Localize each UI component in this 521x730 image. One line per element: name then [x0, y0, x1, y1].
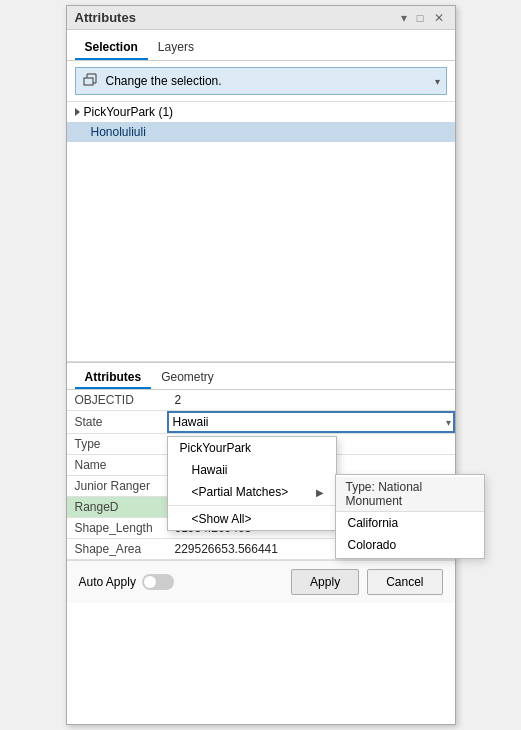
dropdown-arrow-icon: ▾ [435, 76, 440, 87]
table-row: State ▾ [67, 411, 455, 434]
tab-layers[interactable]: Layers [148, 36, 204, 60]
svg-rect-0 [84, 78, 93, 85]
dropdown-item-partial[interactable]: <Partial Matches> ▶ [168, 481, 336, 503]
feature-list: PickYourPark (1) Honoluliuli [67, 102, 455, 362]
state-field-cell: ▾ [167, 411, 455, 434]
feature-group-header: PickYourPark (1) [67, 102, 455, 122]
expand-triangle-icon[interactable] [75, 108, 80, 116]
submenu-header: Type: National Monument [336, 477, 484, 512]
submenu-item-colorado[interactable]: Colorado [336, 534, 484, 556]
tab-geometry[interactable]: Geometry [151, 367, 224, 389]
selection-dropdown-row: Change the selection. ▾ [67, 61, 455, 102]
restore-button[interactable]: □ [414, 12, 427, 24]
auto-apply-toggle[interactable] [142, 574, 174, 590]
tab-selection[interactable]: Selection [75, 36, 148, 60]
feature-group-name: PickYourPark (1) [84, 105, 174, 119]
submenu-arrow-icon: ▶ [316, 487, 324, 498]
cancel-button[interactable]: Cancel [367, 569, 442, 595]
state-input[interactable] [167, 411, 455, 433]
attr-tabs: Attributes Geometry [67, 363, 455, 390]
submenu-item-california[interactable]: California [336, 512, 484, 534]
field-label-ranged: RangeD [67, 497, 167, 518]
auto-apply-section: Auto Apply [79, 574, 174, 590]
attributes-panel: Attributes ▾ □ ✕ Selection Layers [66, 5, 456, 725]
change-selection-dropdown[interactable]: Change the selection. ▾ [75, 67, 447, 95]
auto-apply-label: Auto Apply [79, 575, 136, 589]
tab-attributes[interactable]: Attributes [75, 367, 152, 389]
dropdown-item-showall[interactable]: <Show All> [168, 508, 336, 530]
state-autocomplete-dropdown: PickYourPark Hawaii <Partial Matches> ▶ … [167, 436, 337, 531]
selection-icon [82, 72, 100, 90]
table-row: OBJECTID 2 [67, 390, 455, 411]
dropdown-item-hawaii[interactable]: Hawaii [168, 459, 336, 481]
title-bar: Attributes ▾ □ ✕ [67, 6, 455, 30]
partial-matches-submenu: Type: National Monument California Color… [335, 474, 485, 559]
close-button[interactable]: ✕ [431, 11, 447, 25]
main-tabs: Selection Layers [67, 30, 455, 61]
apply-button[interactable]: Apply [291, 569, 359, 595]
field-value: 2 [167, 390, 455, 411]
field-label: State [67, 411, 167, 434]
footer-buttons: Apply Cancel [291, 569, 442, 595]
footer-row: Auto Apply Apply Cancel [67, 560, 455, 603]
field-label: Type [67, 434, 167, 455]
field-label: Shape_Area [67, 539, 167, 560]
panel-title: Attributes [75, 10, 136, 25]
list-item[interactable]: Honoluliuli [67, 122, 455, 142]
window-controls: ▾ □ ✕ [398, 11, 447, 25]
dropdown-divider [168, 505, 336, 506]
dropdown-item-pickyourpark[interactable]: PickYourPark [168, 437, 336, 459]
field-label: Shape_Length [67, 518, 167, 539]
field-label: Name [67, 455, 167, 476]
field-label: OBJECTID [67, 390, 167, 411]
change-selection-label: Change the selection. [106, 74, 222, 88]
pin-button[interactable]: ▾ [398, 11, 410, 25]
field-label: Junior Ranger [67, 476, 167, 497]
